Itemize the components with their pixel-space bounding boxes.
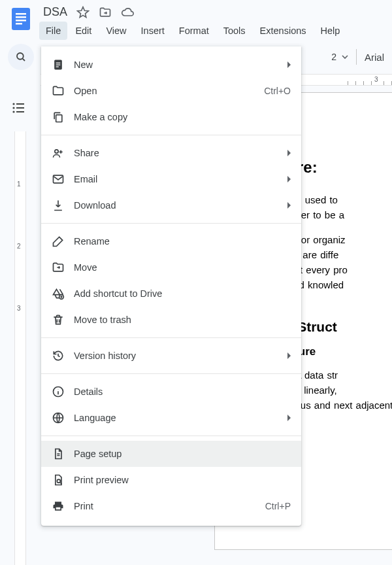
zoom-selector[interactable]: 2 xyxy=(331,52,348,62)
svg-rect-4 xyxy=(16,23,22,25)
move-folder-icon[interactable] xyxy=(99,6,112,19)
search-menus-button[interactable] xyxy=(8,44,34,70)
zoom-value-fragment: 2 xyxy=(331,52,336,62)
email-icon xyxy=(52,173,65,186)
document-title[interactable]: DSA xyxy=(43,5,67,19)
menu-separator xyxy=(41,223,301,224)
menu-format[interactable]: Format xyxy=(172,22,216,40)
move-icon xyxy=(52,261,65,274)
globe-icon xyxy=(52,411,65,424)
menu-edit[interactable]: Edit xyxy=(69,22,98,40)
menu-separator xyxy=(41,135,301,135)
menu-item-language[interactable]: Language xyxy=(41,405,301,431)
menu-item-download[interactable]: Download xyxy=(41,192,301,218)
submenu-arrow-icon xyxy=(287,150,291,156)
docs-logo[interactable] xyxy=(8,5,34,31)
svg-rect-16 xyxy=(56,115,62,122)
svg-point-8 xyxy=(12,107,14,109)
menu-item-print[interactable]: Print Ctrl+P xyxy=(41,493,301,519)
new-file-icon xyxy=(52,58,65,71)
shortcut-label: Ctrl+P xyxy=(265,501,291,511)
chevron-down-icon xyxy=(342,52,348,62)
print-icon xyxy=(52,500,65,513)
history-icon xyxy=(52,349,65,362)
menu-extensions[interactable]: Extensions xyxy=(253,22,313,40)
cloud-saved-icon[interactable] xyxy=(121,6,134,19)
svg-point-5 xyxy=(17,53,24,60)
share-icon xyxy=(52,146,65,160)
menu-item-details[interactable]: Details xyxy=(41,379,301,405)
menu-separator xyxy=(41,337,301,338)
menu-item-open[interactable]: Open Ctrl+O xyxy=(41,78,301,104)
star-icon[interactable] xyxy=(76,6,90,19)
trash-icon xyxy=(52,313,65,326)
page-setup-icon xyxy=(52,447,65,460)
outline-toggle[interactable] xyxy=(0,86,38,116)
submenu-arrow-icon xyxy=(287,415,291,421)
font-selector[interactable]: Arial xyxy=(365,52,384,63)
title-row: DSA xyxy=(39,5,346,19)
menu-separator xyxy=(41,436,301,436)
menu-item-new[interactable]: New xyxy=(41,52,301,78)
file-menu-dropdown: New Open Ctrl+O Make a copy Share Email xyxy=(41,46,301,526)
shortcut-label: Ctrl+O xyxy=(264,86,291,96)
menu-item-rename[interactable]: Rename xyxy=(41,228,301,254)
menu-tools[interactable]: Tools xyxy=(217,22,252,40)
vertical-ruler[interactable]: 1 2 3 xyxy=(14,131,26,565)
submenu-arrow-icon xyxy=(287,61,291,68)
rename-icon xyxy=(52,235,65,248)
drive-shortcut-icon xyxy=(52,287,65,300)
svg-point-17 xyxy=(55,150,58,153)
svg-point-10 xyxy=(12,111,14,112)
submenu-arrow-icon xyxy=(287,176,291,182)
copy-icon xyxy=(52,111,65,124)
menu-item-trash[interactable]: Move to trash xyxy=(41,307,301,333)
toolbar-divider xyxy=(356,49,357,65)
svg-rect-1 xyxy=(16,13,26,15)
menu-item-version-history[interactable]: Version history xyxy=(41,343,301,369)
menu-file[interactable]: File xyxy=(39,22,67,40)
menubar: File Edit View Insert Format Tools Exten… xyxy=(39,19,346,40)
svg-rect-14 xyxy=(56,65,61,65)
menu-item-print-preview[interactable]: Print preview xyxy=(41,467,301,493)
svg-rect-15 xyxy=(56,67,59,67)
menu-item-move[interactable]: Move xyxy=(41,254,301,281)
open-folder-icon xyxy=(52,84,65,97)
menu-view[interactable]: View xyxy=(99,22,133,40)
download-icon xyxy=(52,199,65,212)
menu-help[interactable]: Help xyxy=(314,22,347,40)
header: DSA File Edit View Insert Format Tools E… xyxy=(0,0,392,40)
menu-insert[interactable]: Insert xyxy=(135,22,171,40)
info-icon xyxy=(52,385,65,398)
menu-item-email[interactable]: Email xyxy=(41,166,301,192)
menu-item-add-shortcut[interactable]: Add shortcut to Drive xyxy=(41,281,301,307)
svg-rect-13 xyxy=(56,63,61,63)
svg-point-6 xyxy=(12,103,14,105)
ruler-number: 3 xyxy=(374,76,378,83)
submenu-arrow-icon xyxy=(287,202,291,209)
menu-item-share[interactable]: Share xyxy=(41,140,301,166)
svg-rect-11 xyxy=(16,111,24,112)
svg-rect-9 xyxy=(16,107,24,109)
menu-item-page-setup[interactable]: Page setup xyxy=(41,441,301,467)
svg-rect-7 xyxy=(16,103,24,105)
svg-rect-3 xyxy=(16,20,26,22)
submenu-arrow-icon xyxy=(287,352,291,359)
svg-rect-2 xyxy=(16,16,26,18)
svg-point-22 xyxy=(57,479,60,483)
print-preview-icon xyxy=(52,473,65,487)
menu-separator xyxy=(41,373,301,374)
menu-item-make-copy[interactable]: Make a copy xyxy=(41,104,301,130)
svg-rect-0 xyxy=(12,8,30,30)
